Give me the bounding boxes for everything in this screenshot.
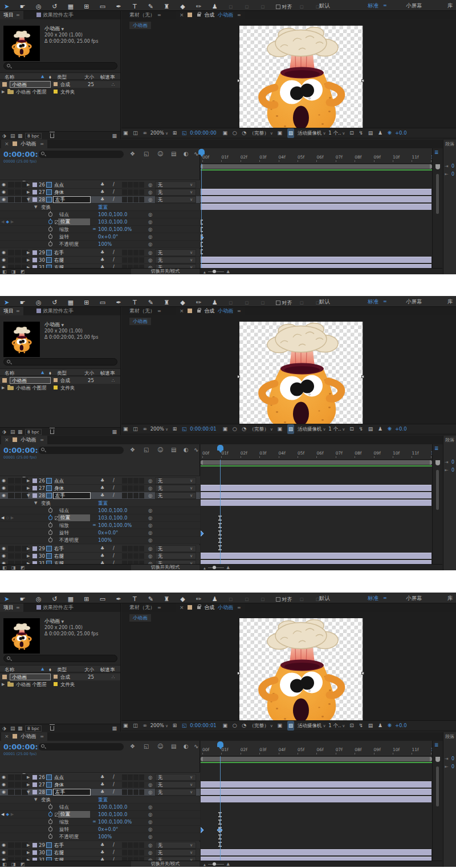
comp-mini-flowchart-icon[interactable]: ❖ xyxy=(130,447,135,453)
paragraph-panel-title[interactable]: 段落 xyxy=(445,141,454,147)
pick-whip-icon[interactable]: ◎ xyxy=(148,826,152,832)
position-label-selected[interactable]: 位置 xyxy=(58,514,90,521)
layer-row-28-selected[interactable]: ◉ ▼ 28 左手 ♣ / ◎ 无∨ xyxy=(0,196,200,204)
stopwatch-icon[interactable] xyxy=(48,242,52,246)
comp-mini-flowchart-icon[interactable]: ❖ xyxy=(130,743,135,749)
exposure-value[interactable]: +0.0 xyxy=(395,721,407,731)
transform-group-row[interactable]: ▼ 变换 重置 xyxy=(0,500,200,507)
project-row-folder[interactable]: ▶ 小动画 个图层 文件夹 xyxy=(0,384,120,391)
bit-depth-button[interactable]: 8 bpc xyxy=(25,429,42,435)
indent-left-value[interactable]: 0 xyxy=(451,172,454,177)
grid-options-icon[interactable]: ⊞ xyxy=(173,721,177,731)
opacity-row[interactable]: 不透明度 100% ◎ xyxy=(0,241,200,248)
composition-name[interactable]: 小动画 xyxy=(44,26,60,31)
chevron-down-icon[interactable]: ∨ xyxy=(165,721,168,731)
layer-name-rename-input[interactable]: 左手 xyxy=(53,196,91,203)
opacity-value[interactable]: 100% xyxy=(98,241,112,247)
flyout-caret-icon[interactable]: ▼ xyxy=(62,323,64,327)
workspace-default[interactable]: 默认 xyxy=(319,593,330,603)
stopwatch-icon[interactable] xyxy=(48,234,52,239)
collapse-switch[interactable]: / xyxy=(113,553,115,558)
pick-whip-icon[interactable]: ◎ xyxy=(148,212,152,217)
zoom-in-mountain-icon[interactable]: ▲ xyxy=(227,269,230,274)
col-size[interactable]: 大小 xyxy=(84,667,94,674)
transform-reset-button[interactable]: 重置 xyxy=(98,797,108,804)
position-label-selected[interactable]: 位置 xyxy=(58,218,90,225)
composition-canvas[interactable] xyxy=(239,618,363,730)
pick-whip-icon[interactable]: ◎ xyxy=(148,782,152,788)
active-camera-select[interactable]: 活动摄像机 xyxy=(298,424,322,434)
snapshot-camera-icon[interactable]: ▣ xyxy=(222,721,227,731)
label-color-swatch[interactable] xyxy=(54,386,58,390)
tab-footage[interactable]: 素材（无）≡ xyxy=(126,603,165,612)
tab-footage[interactable]: 素材（无）≡ xyxy=(126,307,165,315)
playhead-indicator[interactable] xyxy=(198,149,205,155)
snap-checkbox[interactable] xyxy=(276,5,280,9)
pick-whip-icon[interactable]: ◎ xyxy=(148,241,152,247)
zoom-slider-handle[interactable] xyxy=(213,566,216,569)
vertical-scrollbar[interactable] xyxy=(436,766,439,806)
layer-name[interactable]: 右腿 xyxy=(54,553,64,560)
label-column-icon[interactable]: ⬧ xyxy=(49,370,51,376)
import-footage-icon[interactable]: ⬗ xyxy=(2,725,6,731)
shy-layers-icon[interactable]: ☺ xyxy=(157,743,163,749)
layer-name[interactable]: 身体 xyxy=(54,189,64,196)
chevron-down-icon[interactable]: ∨ xyxy=(165,129,168,139)
viewer-current-time[interactable]: 0:00:00:00 xyxy=(190,128,216,138)
stopwatch-icon[interactable] xyxy=(48,523,52,528)
snap-checkbox[interactable] xyxy=(276,597,280,602)
paragraph-panel-title[interactable]: 段落 xyxy=(445,733,454,740)
new-composition-icon[interactable]: ▦ xyxy=(18,429,23,435)
project-row-composition[interactable]: 小动画 合成 25 ∴ xyxy=(0,377,120,384)
quality-switch[interactable]: ♣ xyxy=(100,546,104,551)
fast-previews-icon[interactable]: ↯ xyxy=(359,721,363,731)
quality-switch[interactable]: ♣ xyxy=(100,257,104,262)
view-layout-select[interactable]: 1 个.. xyxy=(328,424,341,434)
stopwatch-icon[interactable] xyxy=(48,820,52,824)
pixel-aspect-icon[interactable]: ⊡ xyxy=(349,128,354,138)
playhead-line[interactable] xyxy=(201,164,202,268)
monitor-icon[interactable]: ◫ xyxy=(133,128,138,138)
parent-select[interactable]: 无∨ xyxy=(155,196,196,203)
timeline-track-area[interactable] xyxy=(201,756,432,861)
layer-row-29[interactable]: ◉ ▶ 29 右手 ♣ / ◎ 无∨ xyxy=(0,842,200,849)
frame-blending-icon[interactable]: ▤ xyxy=(171,743,176,749)
label-color-swatch[interactable] xyxy=(54,682,58,686)
resolution-select[interactable]: （完整） xyxy=(250,721,269,731)
expander-icon[interactable]: ▶ xyxy=(27,546,30,551)
close-tab-icon[interactable]: × xyxy=(5,733,9,739)
project-search-input[interactable] xyxy=(3,62,117,70)
layer-row-26[interactable]: ◉ ▶ 26 点点 ♣ / ◎ 无∨ xyxy=(0,181,200,189)
label-color-swatch[interactable] xyxy=(32,250,37,255)
panel-menu-icon[interactable]: ≡ xyxy=(157,309,161,314)
timeline-options-icon[interactable]: ≣ xyxy=(434,742,439,748)
chevron-down-icon[interactable]: ∨ xyxy=(165,425,168,435)
motion-blur-icon[interactable]: ◐ xyxy=(184,151,189,157)
zoom-out-mountain-icon[interactable]: ▲ xyxy=(203,566,206,570)
rotation-value[interactable]: 0x+0.0° xyxy=(98,530,118,536)
collapse-switch[interactable]: / xyxy=(113,197,115,202)
quality-switch[interactable]: ♣ xyxy=(100,850,104,855)
project-row-composition[interactable]: 小动画 合成 25 ∴ xyxy=(0,674,120,680)
col-fps[interactable]: 帧速率 xyxy=(100,370,115,377)
workspace-library[interactable]: 库 xyxy=(447,0,453,11)
trash-icon[interactable] xyxy=(50,726,54,731)
panel-menu-icon[interactable]: ≡ xyxy=(40,734,44,739)
opacity-value[interactable]: 100% xyxy=(98,834,112,839)
workspace-standard[interactable]: 标准 xyxy=(368,593,378,603)
label-color-swatch[interactable] xyxy=(54,82,58,86)
project-search-input[interactable] xyxy=(3,358,117,366)
layer-row-26[interactable]: ◉ ▶ 26 点点 ♣ / ◎ 无∨ xyxy=(0,774,200,781)
eye-icon[interactable]: ◉ xyxy=(2,493,6,498)
layer-name[interactable]: 点点 xyxy=(54,182,64,189)
collapse-switch[interactable]: / xyxy=(113,182,115,187)
motion-blur-icon[interactable]: ◐ xyxy=(184,743,189,749)
show-snapshot-icon[interactable]: ○ xyxy=(233,721,237,731)
link-dimensions-icon[interactable]: ∞ xyxy=(92,226,96,232)
new-folder-icon[interactable]: ▤ xyxy=(10,429,15,435)
opacity-value[interactable]: 100% xyxy=(98,537,112,543)
col-fps[interactable]: 帧速率 xyxy=(100,667,115,674)
label-color-swatch[interactable] xyxy=(32,775,37,780)
position-row[interactable]: ◀◇▶ 位置 103.0,100.0 ◎ xyxy=(0,514,200,522)
expander-icon[interactable]: ▼ xyxy=(27,790,30,794)
